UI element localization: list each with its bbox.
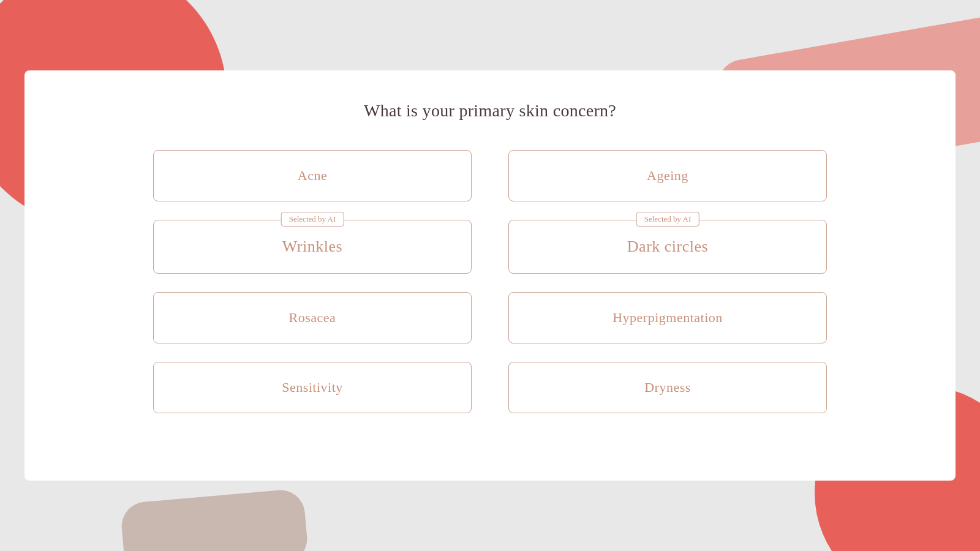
main-card: What is your primary skin concern? Acne …: [24, 70, 956, 481]
option-dark-circles[interactable]: Selected by AI Dark circles: [508, 220, 827, 274]
option-acne[interactable]: Acne: [153, 150, 472, 201]
option-dryness[interactable]: Dryness: [508, 362, 827, 413]
option-hyperpigmentation-label: Hyperpigmentation: [612, 310, 723, 326]
option-dark-circles-label: Dark circles: [627, 238, 708, 256]
option-sensitivity-label: Sensitivity: [282, 380, 343, 395]
bg-decoration-bottom-left: [119, 488, 309, 551]
option-sensitivity[interactable]: Sensitivity: [153, 362, 472, 413]
option-rosacea[interactable]: Rosacea: [153, 292, 472, 343]
options-grid: Acne Ageing Selected by AI Wrinkles Sele…: [153, 150, 827, 413]
option-acne-label: Acne: [298, 168, 327, 184]
option-rosacea-label: Rosacea: [289, 310, 336, 326]
option-hyperpigmentation[interactable]: Hyperpigmentation: [508, 292, 827, 343]
option-dryness-label: Dryness: [644, 380, 691, 395]
ai-badge-wrinkles: Selected by AI: [281, 212, 344, 227]
option-wrinkles-label: Wrinkles: [282, 238, 342, 256]
page-title: What is your primary skin concern?: [364, 101, 616, 121]
ai-badge-dark-circles: Selected by AI: [636, 212, 699, 227]
option-wrinkles[interactable]: Selected by AI Wrinkles: [153, 220, 472, 274]
option-ageing[interactable]: Ageing: [508, 150, 827, 201]
option-ageing-label: Ageing: [647, 168, 688, 184]
